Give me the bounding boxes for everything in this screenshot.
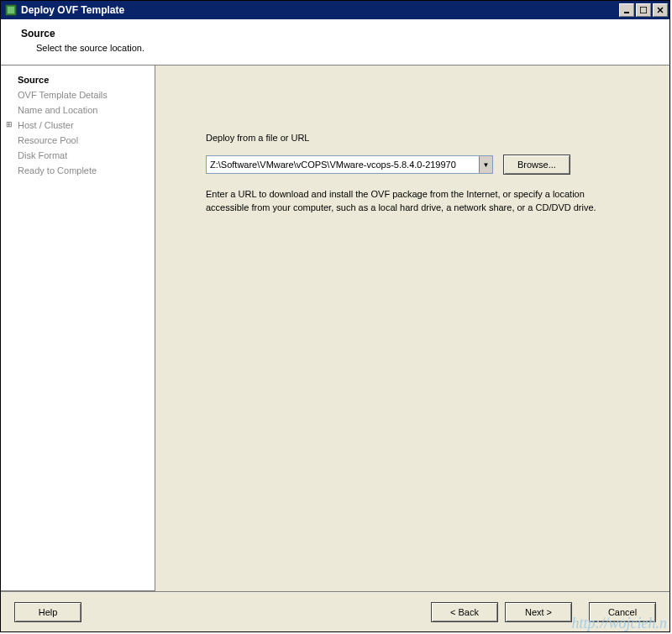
close-button[interactable] [653,3,668,17]
source-path-input[interactable] [207,156,479,173]
dropdown-icon[interactable]: ▼ [479,156,492,173]
cancel-button[interactable]: Cancel [589,602,656,622]
help-button[interactable]: Help [14,602,81,622]
step-ovf-template-details[interactable]: OVF Template Details [8,87,148,102]
step-name-and-location[interactable]: Name and Location [8,102,148,118]
maximize-button[interactable] [636,3,651,17]
wizard-footer: Help < Back Next > Cancel [1,591,669,631]
wizard-steps-sidebar: Source OVF Template Details Name and Loc… [1,65,155,591]
titlebar: Deploy OVF Template [1,1,669,19]
browse-button[interactable]: Browse... [503,155,570,175]
minimize-button[interactable] [619,3,634,17]
step-host-cluster[interactable]: Host / Cluster [8,118,148,133]
step-resource-pool[interactable]: Resource Pool [8,133,148,148]
step-source[interactable]: Source [8,72,148,87]
svg-rect-2 [624,12,629,13]
svg-rect-3 [640,7,647,13]
deploy-ovf-window: Deploy OVF Template Source Select the so… [0,0,670,632]
back-button[interactable]: < Back [431,602,498,622]
page-subtitle: Select the source location. [21,43,653,53]
deploy-source-label: Deploy from a file or URL [206,133,653,143]
next-button[interactable]: Next > [505,602,572,622]
page-title: Source [21,28,653,39]
source-description: Enter a URL to download and install the … [206,188,601,215]
svg-rect-1 [8,7,14,13]
step-disk-format[interactable]: Disk Format [8,148,148,163]
window-title: Deploy OVF Template [21,4,619,16]
wizard-header: Source Select the source location. [1,19,669,65]
app-icon [4,3,18,17]
source-path-combo[interactable]: ▼ [206,155,493,174]
wizard-content: Deploy from a file or URL ▼ Browse... En… [155,65,669,591]
step-ready-to-complete[interactable]: Ready to Complete [8,163,148,178]
